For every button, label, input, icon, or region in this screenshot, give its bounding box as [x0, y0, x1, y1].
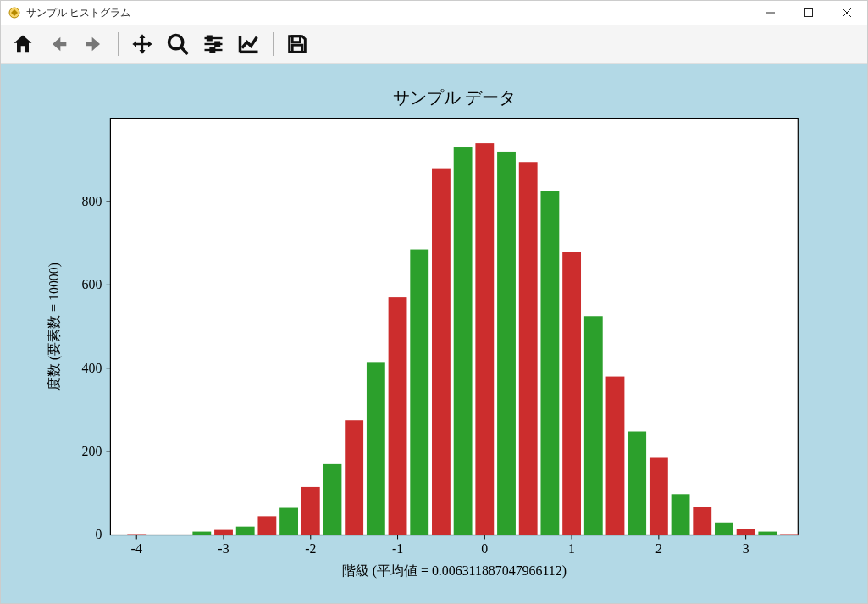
- svg-rect-60: [540, 191, 559, 535]
- pan-button[interactable]: [127, 29, 158, 59]
- toolbar-separator: [273, 32, 274, 56]
- arrow-left-icon: [47, 32, 70, 56]
- svg-rect-10: [215, 42, 219, 47]
- back-button[interactable]: [43, 29, 74, 59]
- svg-text:-3: -3: [218, 541, 229, 556]
- svg-text:1: 1: [568, 541, 575, 556]
- home-button[interactable]: [8, 29, 38, 59]
- svg-rect-55: [432, 169, 451, 535]
- app-icon: [8, 6, 21, 19]
- svg-rect-51: [345, 420, 363, 535]
- svg-text:0: 0: [96, 527, 102, 541]
- svg-rect-65: [650, 458, 668, 535]
- svg-rect-2: [804, 9, 812, 17]
- close-button[interactable]: [827, 1, 865, 25]
- svg-text:2: 2: [655, 541, 662, 556]
- svg-rect-62: [584, 316, 603, 535]
- svg-rect-67: [693, 507, 711, 535]
- toolbar: [1, 25, 867, 64]
- svg-rect-45: [214, 530, 233, 535]
- svg-rect-71: [780, 535, 799, 535]
- svg-text:サンプル データ: サンプル データ: [393, 88, 516, 107]
- sliders-icon: [202, 32, 225, 56]
- forward-button[interactable]: [79, 29, 109, 59]
- home-icon: [11, 32, 35, 56]
- figure-canvas[interactable]: -4-3-2-101230200400600800サンプル データ階級 (平均値…: [1, 64, 867, 603]
- titlebar: サンプル ヒストグラム: [1, 1, 867, 25]
- svg-text:800: 800: [82, 194, 102, 208]
- svg-line-6: [181, 47, 188, 54]
- svg-rect-58: [497, 152, 516, 535]
- window-title: サンプル ヒストグラム: [26, 6, 130, 20]
- svg-text:階級 (平均値 = 0.006311887047966112: 階級 (平均値 = 0.006311887047966112): [342, 563, 567, 579]
- move-icon: [130, 32, 154, 56]
- svg-rect-14: [292, 45, 302, 52]
- arrow-right-icon: [82, 32, 106, 56]
- svg-rect-59: [519, 162, 538, 535]
- svg-rect-12: [211, 48, 215, 53]
- svg-rect-43: [127, 535, 146, 535]
- configure-button[interactable]: [198, 29, 229, 59]
- axes-button[interactable]: [234, 29, 264, 59]
- app-window: サンプル ヒストグラム: [0, 0, 868, 604]
- magnifier-icon: [166, 32, 190, 56]
- svg-text:400: 400: [82, 361, 102, 375]
- svg-rect-64: [628, 432, 646, 535]
- svg-rect-57: [475, 143, 494, 535]
- save-button[interactable]: [282, 29, 312, 59]
- svg-rect-56: [454, 147, 473, 535]
- toolbar-separator: [118, 32, 119, 56]
- minimize-button[interactable]: [751, 1, 789, 25]
- svg-rect-66: [672, 494, 690, 535]
- svg-rect-53: [389, 297, 407, 535]
- save-icon: [285, 32, 309, 56]
- svg-rect-70: [758, 532, 777, 535]
- svg-rect-54: [410, 250, 428, 535]
- svg-rect-13: [292, 36, 300, 42]
- svg-text:度数 (要素数 = 10000): 度数 (要素数 = 10000): [47, 263, 62, 391]
- svg-rect-50: [323, 464, 342, 535]
- svg-text:-4: -4: [131, 541, 142, 556]
- svg-rect-49: [301, 487, 320, 535]
- chart-line-icon: [237, 32, 261, 56]
- svg-rect-69: [737, 529, 755, 535]
- svg-text:0: 0: [481, 541, 488, 556]
- maximize-button[interactable]: [789, 1, 827, 25]
- histogram-plot: -4-3-2-101230200400600800サンプル データ階級 (平均値…: [1, 64, 867, 603]
- svg-rect-52: [367, 362, 385, 535]
- svg-text:600: 600: [82, 277, 102, 291]
- svg-point-5: [169, 36, 183, 49]
- svg-text:3: 3: [743, 541, 749, 556]
- svg-rect-46: [236, 527, 255, 535]
- svg-text:200: 200: [82, 444, 102, 458]
- zoom-button[interactable]: [163, 29, 193, 59]
- svg-rect-44: [192, 532, 211, 535]
- svg-rect-47: [257, 516, 276, 535]
- svg-rect-8: [207, 36, 212, 41]
- svg-rect-63: [606, 377, 625, 535]
- svg-rect-48: [279, 508, 298, 535]
- svg-text:-2: -2: [305, 541, 316, 556]
- svg-text:-1: -1: [392, 541, 403, 556]
- svg-rect-68: [715, 523, 733, 535]
- svg-rect-61: [562, 252, 581, 535]
